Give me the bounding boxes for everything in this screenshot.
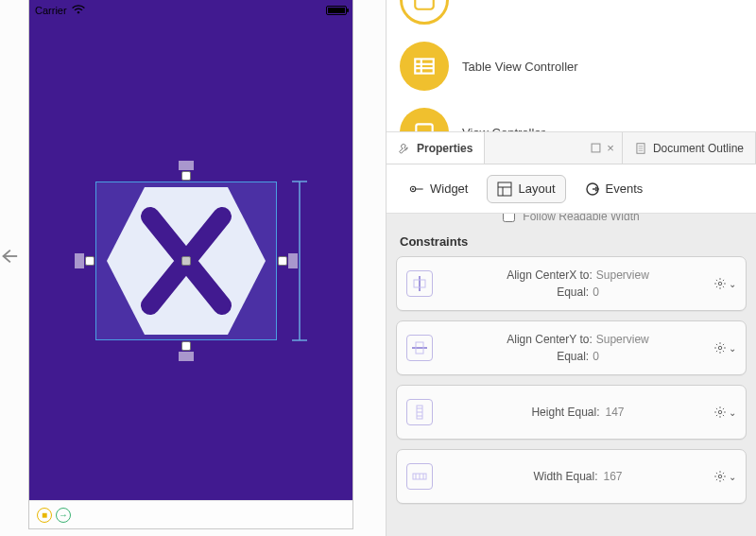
svg-rect-6 xyxy=(415,0,434,9)
constraint-value: Superview xyxy=(596,331,649,348)
close-icon[interactable]: × xyxy=(607,141,614,155)
carrier-label: Carrier xyxy=(35,5,67,16)
svg-point-39 xyxy=(718,475,722,478)
svg-rect-11 xyxy=(416,124,432,132)
document-icon xyxy=(634,142,647,155)
constraints-heading: Constraints xyxy=(400,234,743,249)
exit-badge-icon[interactable]: → xyxy=(56,508,71,523)
constraint-label: Equal: xyxy=(557,348,589,365)
tab-document-outline[interactable]: Document Outline xyxy=(623,132,756,164)
chevron-down-icon: ⌄ xyxy=(729,407,736,418)
designer-canvas[interactable]: Carrier xyxy=(28,0,353,536)
segment-label: Events xyxy=(606,182,644,196)
constraint-value: 0 xyxy=(593,284,599,301)
svg-point-1 xyxy=(77,11,78,13)
constraint-value: 0 xyxy=(593,348,599,365)
inspector-segment-bar: Widget Layout Events xyxy=(387,164,756,214)
library-item-label: View Controller xyxy=(462,126,545,133)
right-panel: Table View Controller View Controller Pr… xyxy=(386,0,756,536)
events-icon xyxy=(585,182,600,197)
svg-point-34 xyxy=(718,410,722,414)
battery-icon xyxy=(326,6,347,15)
toolbox-library[interactable]: Table View Controller View Controller xyxy=(387,0,756,132)
view-controller-icon[interactable] xyxy=(400,108,449,132)
constraint-gear-menu[interactable]: ⌄ xyxy=(713,403,736,422)
segment-widget[interactable]: Widget xyxy=(400,176,477,202)
follow-readable-width-checkbox[interactable] xyxy=(503,214,515,222)
constraint-gear-menu[interactable]: ⌄ xyxy=(713,274,736,293)
height-icon xyxy=(406,399,433,425)
constraint-label: Width Equal: xyxy=(533,468,597,485)
tab-label: Properties xyxy=(417,142,472,155)
follow-readable-width-row[interactable]: Follow Readable Width xyxy=(396,214,747,229)
segment-events[interactable]: Events xyxy=(576,176,653,202)
svg-point-18 xyxy=(412,188,414,190)
centery-icon xyxy=(406,335,433,361)
constraint-centerx[interactable]: Align CenterX to:Superview Equal:0 ⌄ xyxy=(396,256,747,311)
constraint-value: Superview xyxy=(596,267,649,284)
segment-label: Layout xyxy=(518,182,555,196)
tab-window-controls[interactable]: × xyxy=(583,132,623,164)
wifi-icon xyxy=(72,5,85,16)
dock-icon[interactable] xyxy=(591,143,601,153)
constraint-label: Equal: xyxy=(557,284,589,301)
widget-icon xyxy=(409,182,424,197)
wrench-icon xyxy=(398,142,411,155)
back-arrow[interactable] xyxy=(0,246,19,267)
scene-footer: ■ → xyxy=(29,500,352,528)
tab-properties[interactable]: Properties xyxy=(387,132,485,164)
scene-background[interactable] xyxy=(29,21,352,500)
constraint-label: Align CenterY to: xyxy=(507,331,593,348)
svg-point-26 xyxy=(718,282,722,285)
warning-badge-icon[interactable]: ■ xyxy=(37,508,52,523)
chevron-down-icon: ⌄ xyxy=(729,343,736,354)
follow-readable-width-label: Follow Readable Width xyxy=(523,214,639,223)
simulator-frame: Carrier xyxy=(28,0,353,529)
segment-label: Widget xyxy=(430,182,468,196)
constraint-label: Height Equal: xyxy=(531,404,599,421)
constraint-gear-menu[interactable]: ⌄ xyxy=(713,338,736,357)
constraint-gear-menu[interactable]: ⌄ xyxy=(713,467,736,486)
svg-rect-12 xyxy=(592,144,600,152)
layout-icon xyxy=(497,182,512,197)
constraint-label: Align CenterX to: xyxy=(507,267,593,284)
constraint-height[interactable]: Height Equal: 147 ⌄ xyxy=(396,385,747,440)
height-dimension-icon xyxy=(290,180,309,342)
status-bar: Carrier xyxy=(29,0,352,21)
gear-icon xyxy=(713,469,727,484)
chevron-down-icon: ⌄ xyxy=(729,472,736,482)
segment-layout[interactable]: Layout xyxy=(487,175,565,203)
tableview-controller-icon[interactable] xyxy=(400,42,449,91)
selected-imageview[interactable] xyxy=(95,182,277,340)
centerx-icon xyxy=(406,270,433,297)
panel-tabbar: Properties × Document Outline xyxy=(387,132,756,164)
tab-label: Document Outline xyxy=(653,142,744,155)
svg-rect-7 xyxy=(415,59,434,73)
constraint-centery[interactable]: Align CenterY to:Superview Equal:0 ⌄ xyxy=(396,320,747,375)
library-item-icon[interactable] xyxy=(400,0,449,25)
constraint-value: 147 xyxy=(606,404,625,421)
constraint-width[interactable]: Width Equal: 167 ⌄ xyxy=(396,449,747,504)
gear-icon xyxy=(713,276,727,291)
constraint-value: 167 xyxy=(604,468,623,485)
gear-icon xyxy=(713,340,727,355)
svg-rect-20 xyxy=(498,182,511,196)
chevron-down-icon: ⌄ xyxy=(729,279,736,289)
library-item-label: Table View Controller xyxy=(462,60,578,74)
constraints-panel: Follow Readable Width Constraints Align … xyxy=(387,214,756,536)
gear-icon xyxy=(713,405,727,420)
width-icon xyxy=(406,463,433,490)
svg-point-29 xyxy=(718,346,722,350)
